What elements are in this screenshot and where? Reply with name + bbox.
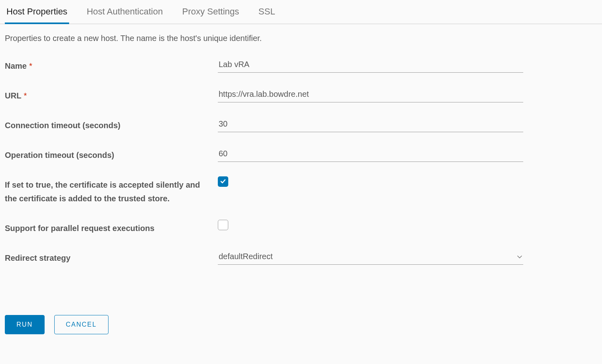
- field-row-connection-timeout: Connection timeout (seconds): [5, 110, 597, 139]
- tab-proxy-settings[interactable]: Proxy Settings: [180, 0, 241, 24]
- redirect-strategy-select[interactable]: defaultRedirect: [218, 249, 523, 265]
- button-bar: RUN CANCEL: [5, 315, 109, 334]
- chevron-down-icon: [517, 254, 522, 260]
- parallel-requests-checkbox[interactable]: [218, 220, 228, 230]
- required-asterisk: *: [29, 61, 32, 70]
- field-label-operation-timeout: Operation timeout (seconds): [5, 147, 218, 162]
- field-label-parallel-requests: Support for parallel request executions: [5, 220, 218, 235]
- checkmark-icon: [220, 178, 226, 186]
- field-label-accept-cert: If set to true, the certificate is accep…: [5, 176, 218, 205]
- field-row-name: Name*: [5, 50, 597, 80]
- field-row-parallel-requests: Support for parallel request executions: [5, 213, 597, 242]
- name-input[interactable]: [218, 57, 523, 73]
- tab-host-properties[interactable]: Host Properties: [5, 0, 69, 24]
- redirect-strategy-value: defaultRedirect: [219, 252, 273, 261]
- page-description: Properties to create a new host. The nam…: [0, 24, 602, 46]
- field-row-operation-timeout: Operation timeout (seconds): [5, 139, 597, 169]
- accept-cert-checkbox[interactable]: [218, 176, 228, 187]
- operation-timeout-input[interactable]: [218, 147, 523, 162]
- field-row-redirect-strategy: Redirect strategy defaultRedirect: [5, 242, 597, 272]
- host-properties-form: Name* URL* Connection timeout (seconds) …: [0, 46, 602, 276]
- cancel-button[interactable]: CANCEL: [54, 315, 109, 334]
- required-asterisk: *: [24, 91, 27, 100]
- run-button[interactable]: RUN: [5, 315, 45, 334]
- field-row-accept-cert: If set to true, the certificate is accep…: [5, 169, 597, 213]
- tab-bar: Host Properties Host Authentication Prox…: [0, 0, 602, 24]
- tab-ssl[interactable]: SSL: [257, 0, 277, 24]
- field-row-url: URL*: [5, 80, 597, 110]
- field-label-connection-timeout: Connection timeout (seconds): [5, 117, 218, 132]
- field-label-redirect-strategy: Redirect strategy: [5, 249, 218, 265]
- tab-host-authentication[interactable]: Host Authentication: [85, 0, 165, 24]
- field-label-name: Name*: [5, 57, 218, 73]
- field-label-url: URL*: [5, 87, 218, 102]
- url-input[interactable]: [218, 87, 523, 102]
- connection-timeout-input[interactable]: [218, 117, 523, 132]
